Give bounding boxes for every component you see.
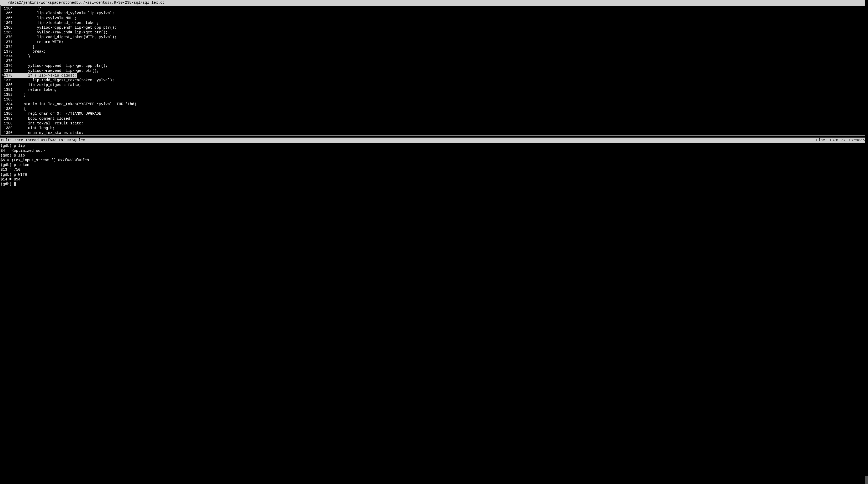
code-text: return WITH; bbox=[15, 40, 866, 44]
source-line: 1377 yylloc->raw.end= lip->get_ptr(); bbox=[2, 68, 866, 73]
current-line-marker bbox=[2, 11, 4, 15]
code-text: lip->add_digest_token(token, yylval); bbox=[15, 78, 866, 83]
line-number: 1369 bbox=[4, 30, 15, 35]
code-text: break; bbox=[15, 49, 866, 54]
current-line-marker: > bbox=[2, 73, 4, 78]
gdb-prompt[interactable]: (gdb) bbox=[1, 182, 867, 187]
line-number: 1374 bbox=[4, 54, 15, 59]
code-text: enum my_lex_states state; bbox=[15, 130, 866, 135]
code-text: if (!lip->skip_digest) bbox=[15, 73, 866, 78]
code-text: int tokval, result_state; bbox=[15, 121, 866, 126]
line-number: 1389 bbox=[4, 126, 15, 130]
cursor bbox=[14, 182, 16, 186]
console-line: $4 = <optimized out> bbox=[1, 148, 867, 153]
code-text: lip->lookahead_token= token; bbox=[15, 21, 866, 25]
source-line: 1371 return WITH; bbox=[2, 40, 866, 44]
line-number: 1383 bbox=[4, 97, 15, 102]
current-line-marker bbox=[2, 78, 4, 83]
current-line-marker bbox=[2, 121, 4, 126]
code-text bbox=[15, 97, 866, 102]
line-number: 1388 bbox=[4, 121, 15, 126]
source-line: 1375 bbox=[2, 59, 866, 63]
current-line-marker bbox=[2, 63, 4, 68]
scrollbar-thumb[interactable] bbox=[865, 476, 868, 484]
code-text: } bbox=[15, 44, 866, 49]
line-number: 1367 bbox=[4, 21, 15, 25]
line-number: 1382 bbox=[4, 92, 15, 97]
status-right: Line: 1378 PC: 0xe98d58 bbox=[816, 138, 867, 142]
line-number: 1373 bbox=[4, 49, 15, 54]
current-line-marker bbox=[2, 111, 4, 116]
source-line: 1383 bbox=[2, 97, 866, 102]
current-line-marker bbox=[2, 106, 4, 111]
source-line: 1379 lip->add_digest_token(token, yylval… bbox=[2, 78, 866, 83]
line-number: 1377 bbox=[4, 68, 15, 73]
source-line: 1381 return token; bbox=[2, 87, 866, 92]
line-number: 1368 bbox=[4, 25, 15, 30]
scrollbar-track[interactable] bbox=[865, 0, 868, 484]
source-line: 1367 lip->lookahead_token= token; bbox=[2, 21, 866, 25]
line-number: 1372 bbox=[4, 44, 15, 49]
source-pane[interactable]: 1364 */ 1365 lip->lookahead_yylval= lip-… bbox=[1, 5, 867, 136]
prompt-text: (gdb) bbox=[1, 182, 14, 186]
source-line: 1387 bool comment_closed; bbox=[2, 116, 866, 121]
current-line-marker bbox=[2, 68, 4, 73]
source-line: 1364 */ bbox=[2, 6, 866, 11]
source-line: 1372 } bbox=[2, 44, 866, 49]
source-line: 1376 yylloc->cpp.end= lip->get_cpp_ptr()… bbox=[2, 63, 866, 68]
code-text: yylloc->cpp.end= lip->get_cpp_ptr(); bbox=[15, 25, 866, 30]
gdb-tui-window: /data2/jenkins/workspace/stonedb5.7-zsl-… bbox=[0, 0, 868, 484]
code-text: bool comment_closed; bbox=[15, 116, 866, 121]
console-line: (gdb) p lip bbox=[1, 153, 867, 158]
line-number: 1386 bbox=[4, 111, 15, 116]
line-number: 1366 bbox=[4, 16, 15, 21]
current-line-marker bbox=[2, 83, 4, 87]
code-text: uint length; bbox=[15, 126, 866, 130]
line-number: 1379 bbox=[4, 78, 15, 83]
source-line: 1373 break; bbox=[2, 49, 866, 54]
code-text: } bbox=[15, 54, 866, 59]
code-text: reg1 char c= 0; //TIANMU UPGRADE bbox=[15, 111, 866, 116]
code-text: static int lex_one_token(YYSTYPE *yylval… bbox=[15, 102, 866, 106]
current-line-marker bbox=[2, 30, 4, 35]
source-line: 1366 lip->yylval= NULL; bbox=[2, 16, 866, 21]
code-text: */ bbox=[15, 6, 866, 11]
console-line: $5 = (Lex_input_stream *) 0x7f6333f00fe8 bbox=[1, 158, 867, 163]
source-line: 1384 static int lex_one_token(YYSTYPE *y… bbox=[2, 102, 866, 106]
current-line-marker bbox=[2, 6, 4, 11]
current-line-marker bbox=[2, 16, 4, 21]
code-text bbox=[15, 59, 866, 63]
line-number: 1371 bbox=[4, 40, 15, 44]
source-line: 1388 int tokval, result_state; bbox=[2, 121, 866, 126]
current-line-marker bbox=[2, 40, 4, 44]
code-text: yylloc->cpp.end= lip->get_cpp_ptr(); bbox=[15, 63, 866, 68]
current-line-marker bbox=[2, 116, 4, 121]
code-text: lip->lookahead_yylval= lip->yylval; bbox=[15, 11, 866, 15]
source-line: 1374 } bbox=[2, 54, 866, 59]
current-line-marker bbox=[2, 35, 4, 39]
source-line: 1369 yylloc->raw.end= lip->get_ptr(); bbox=[2, 30, 866, 35]
source-line: 1385 { bbox=[2, 106, 866, 111]
console-line: (gdb) p WITH bbox=[1, 172, 867, 177]
source-line: 1390 enum my_lex_states state; bbox=[2, 130, 866, 135]
console-line: (gdb) p lip bbox=[1, 143, 867, 148]
gdb-console[interactable]: (gdb) p lip$4 = <optimized out>(gdb) p l… bbox=[0, 143, 868, 484]
status-left: multi-thre Thread 0x7f633 In: MYSQLlex bbox=[1, 138, 85, 142]
current-line-marker bbox=[2, 92, 4, 97]
code-text: yylloc->raw.end= lip->get_ptr(); bbox=[15, 68, 866, 73]
line-number: 1390 bbox=[4, 130, 15, 135]
source-line: 1386 reg1 char c= 0; //TIANMU UPGRADE bbox=[2, 111, 866, 116]
line-number: 1376 bbox=[4, 63, 15, 68]
line-number: 1370 bbox=[4, 35, 15, 39]
console-line: $14 = 894 bbox=[1, 177, 867, 182]
source-line: >1378 if (!lip->skip_digest) bbox=[2, 73, 866, 78]
code-text: lip->skip_digest= false; bbox=[15, 83, 866, 87]
line-number: 1364 bbox=[4, 6, 15, 11]
code-text: yylloc->raw.end= lip->get_ptr(); bbox=[15, 30, 866, 35]
current-line-marker bbox=[2, 87, 4, 92]
current-line-marker bbox=[2, 54, 4, 59]
console-line: $13 = 750 bbox=[1, 167, 867, 172]
code-text: { bbox=[15, 106, 866, 111]
current-line-marker bbox=[2, 44, 4, 49]
current-line-marker bbox=[2, 126, 4, 130]
